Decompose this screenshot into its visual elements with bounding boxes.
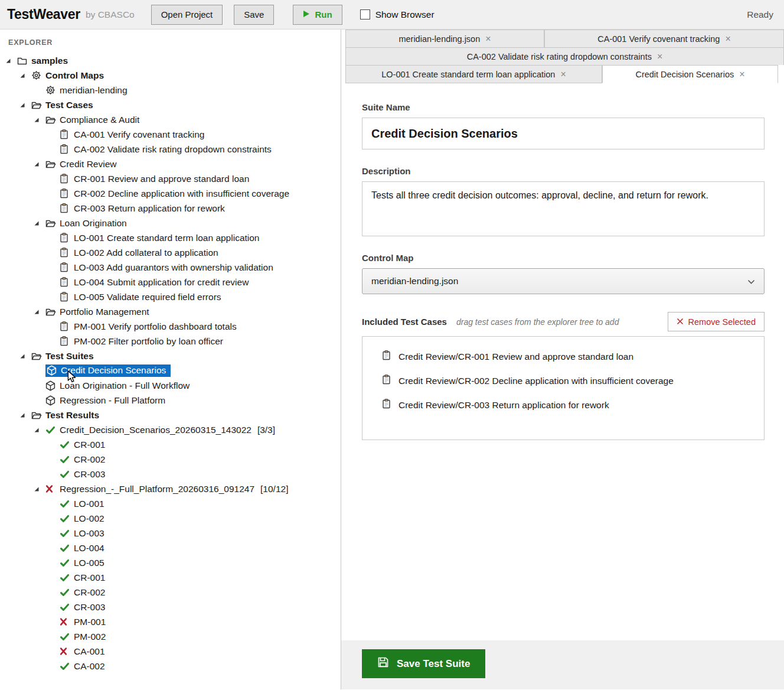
- tree-item[interactable]: CR-001 Review and approve standard loan: [0, 171, 341, 186]
- included-test-case[interactable]: Credit Review/CR-001 Review and approve …: [362, 344, 764, 369]
- tree-item[interactable]: LO-001 Create standard term loan applica…: [0, 230, 341, 245]
- expander-icon[interactable]: [34, 309, 45, 315]
- tree-item[interactable]: Regression_-_Full_Platform_20260316_0912…: [0, 481, 341, 496]
- save-test-suite-button[interactable]: Save Test Suite: [362, 649, 485, 678]
- pass-icon: [60, 529, 74, 538]
- tree-item[interactable]: LO-002: [0, 511, 341, 526]
- tree-item[interactable]: CA-001: [0, 644, 341, 659]
- testcase-icon: [60, 248, 74, 258]
- tree-item-label: Test Suites: [45, 351, 94, 362]
- expander-icon[interactable]: [34, 427, 45, 433]
- tree-item[interactable]: CR-002 Decline application with insuffic…: [0, 186, 341, 201]
- testcase-icon: [60, 233, 74, 243]
- tree-item[interactable]: Control Maps: [0, 68, 341, 83]
- tab[interactable]: meridian-lending.json×: [345, 30, 544, 48]
- tab[interactable]: LO-001 Create standard term loan applica…: [345, 65, 602, 83]
- tree-item[interactable]: LO-003 Add guarantors with ownership val…: [0, 260, 341, 275]
- save-button[interactable]: Save: [234, 5, 274, 25]
- close-icon[interactable]: ×: [657, 52, 662, 61]
- tree-item[interactable]: Compliance & Audit: [0, 112, 341, 127]
- close-icon[interactable]: ×: [725, 34, 730, 44]
- tree-item[interactable]: Credit Decision Scenarios: [0, 363, 341, 378]
- included-test-cases-label: Included Test Cases: [362, 317, 447, 327]
- testcase-icon: [60, 174, 74, 184]
- folder-open-icon: [45, 219, 60, 228]
- pass-icon: [60, 455, 74, 464]
- tab-label: CA-002 Validate risk rating dropdown con…: [467, 52, 652, 61]
- suite-icon: [45, 380, 60, 391]
- close-icon[interactable]: ×: [485, 34, 491, 44]
- tree-item[interactable]: CA-001 Verify covenant tracking: [0, 127, 341, 142]
- tree-item[interactable]: CA-002: [0, 659, 341, 673]
- tree-item[interactable]: PM-002: [0, 629, 341, 644]
- tree-item[interactable]: CR-002: [0, 585, 341, 600]
- tree-item[interactable]: meridian-lending: [0, 83, 341, 97]
- expander-icon[interactable]: [34, 161, 45, 167]
- expander-icon[interactable]: [19, 353, 31, 359]
- expander-icon[interactable]: [19, 73, 31, 79]
- tree-item[interactable]: CR-001: [0, 437, 341, 452]
- tree-item[interactable]: Credit Review: [0, 157, 341, 171]
- tree-item[interactable]: Loan Origination: [0, 216, 341, 230]
- control-map-select[interactable]: meridian-lending.json: [362, 268, 765, 294]
- tree-item[interactable]: Test Cases: [0, 97, 341, 112]
- included-test-cases-list: Credit Review/CR-001 Review and approve …: [362, 336, 765, 440]
- tree-item[interactable]: CR-001: [0, 570, 341, 585]
- included-test-case[interactable]: Credit Review/CR-002 Decline application…: [362, 369, 764, 393]
- tree-item[interactable]: Loan Origination - Full Workflow: [0, 378, 341, 393]
- tree-item[interactable]: PM-001: [0, 614, 341, 629]
- tree-item-label: CA-001 Verify covenant tracking: [74, 129, 204, 140]
- included-test-case[interactable]: Credit Review/CR-003 Return application …: [362, 393, 764, 417]
- run-button[interactable]: Run: [293, 5, 342, 25]
- tree-item[interactable]: Portfolio Management: [0, 304, 341, 319]
- expander-icon[interactable]: [34, 486, 45, 492]
- close-icon[interactable]: ×: [560, 70, 566, 79]
- tree-item[interactable]: samples: [0, 53, 341, 68]
- tree-item[interactable]: CR-002: [0, 452, 341, 467]
- expander-icon[interactable]: [19, 102, 31, 108]
- tree-item[interactable]: LO-005 Validate required field errors: [0, 289, 341, 304]
- expander-icon[interactable]: [5, 58, 17, 64]
- close-icon[interactable]: ×: [739, 70, 744, 79]
- tree-item[interactable]: LO-001: [0, 496, 341, 511]
- expander-icon[interactable]: [19, 412, 31, 418]
- tree-item[interactable]: Regression - Full Platform: [0, 393, 341, 408]
- tree-item-label: LO-001: [74, 499, 104, 509]
- tree-item[interactable]: CA-002 Validate risk rating dropdown con…: [0, 142, 341, 157]
- tab[interactable]: CA-001 Verify covenant tracking×: [544, 30, 784, 48]
- tab[interactable]: CA-002 Validate risk rating dropdown con…: [345, 47, 784, 66]
- tree-item[interactable]: Test Results: [0, 408, 341, 422]
- tree-item[interactable]: CR-003: [0, 600, 341, 614]
- suite-name-input[interactable]: [362, 118, 765, 149]
- tree-item[interactable]: LO-002 Add collateral to application: [0, 245, 341, 260]
- tree-item[interactable]: PM-001 Verify portfolio dashboard totals: [0, 319, 341, 334]
- folder-open-icon: [31, 411, 45, 420]
- tree-item[interactable]: CR-003: [0, 467, 341, 481]
- tree-item[interactable]: LO-004 Submit application for credit rev…: [0, 275, 341, 289]
- included-test-case-label: Credit Review/CR-002 Decline application…: [398, 376, 674, 386]
- tree-item-label: CA-001: [74, 646, 105, 657]
- show-browser-checkbox[interactable]: [360, 9, 370, 19]
- tree-item-label: CA-002 Validate risk rating dropdown con…: [74, 144, 272, 155]
- tree-item[interactable]: PM-002 Filter portfolio by loan officer: [0, 334, 341, 349]
- tree-item[interactable]: LO-003: [0, 526, 341, 541]
- expander-icon[interactable]: [34, 117, 45, 123]
- tree-item[interactable]: LO-005: [0, 555, 341, 570]
- remove-selected-button[interactable]: Remove Selected: [668, 312, 765, 331]
- tab-active[interactable]: Credit Decision Scenarios×: [602, 65, 778, 83]
- open-project-button[interactable]: Open Project: [151, 5, 223, 25]
- editor-footer: Save Test Suite: [341, 640, 784, 689]
- tree-item[interactable]: Test Suites: [0, 349, 341, 363]
- toolbar: TestWeaver by CBASCo Open Project Save R…: [0, 0, 784, 30]
- tree-item-label: LO-001 Create standard term loan applica…: [74, 233, 260, 243]
- tree-item[interactable]: CR-003 Return application for rework: [0, 201, 341, 216]
- description-textarea[interactable]: Tests all three credit decision outcomes…: [362, 181, 765, 236]
- tree-item-label: CR-003: [74, 602, 105, 613]
- tree-item-label: PM-001 Verify portfolio dashboard totals: [74, 321, 237, 332]
- expander-icon[interactable]: [34, 220, 45, 226]
- floppy-disk-icon: [377, 656, 389, 671]
- tree-item[interactable]: Credit_Decision_Scenarios_20260315_14302…: [0, 422, 341, 437]
- folder-icon: [17, 56, 31, 66]
- selected-tree-item[interactable]: Credit Decision Scenarios: [45, 364, 171, 377]
- tree-item[interactable]: LO-004: [0, 541, 341, 555]
